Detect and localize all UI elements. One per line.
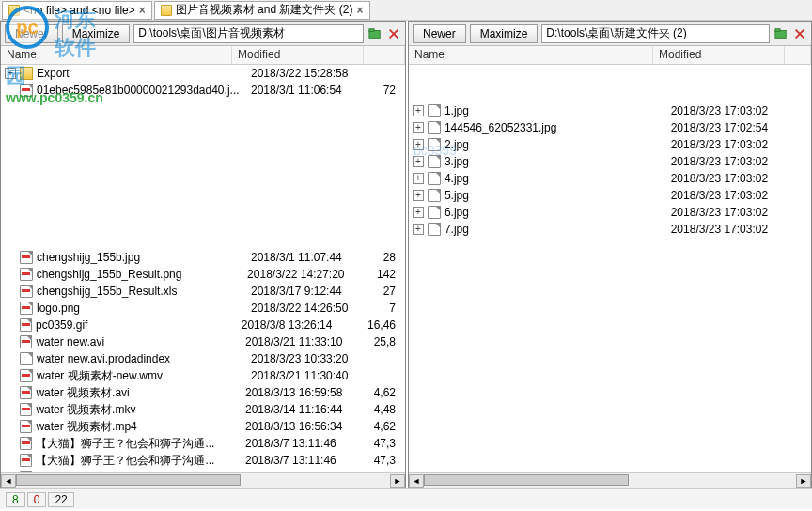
expand-spacer — [5, 302, 16, 314]
scroll-left-icon[interactable]: ◄ — [409, 474, 424, 488]
expand-spacer — [5, 286, 16, 297]
close-icon[interactable]: × — [356, 4, 363, 17]
path-input[interactable]: D:\tools\桌面\图片音视频素材 — [133, 24, 364, 43]
list-item[interactable]: chengshijg_155b.jpg2018/3/1 11:07:4428 — [1, 249, 405, 266]
file-modified: 2018/3/21 11:33:10 — [245, 335, 374, 348]
list-item[interactable]: 【大猫】狮子王？他会和狮子沟通...2018/3/7 13:11:4647,3 — [1, 452, 405, 469]
list-item[interactable]: water 视频素材.mp42018/3/13 16:56:344,62 — [1, 418, 405, 435]
list-item[interactable]: +2.jpg2018/3/23 17:03:02 — [409, 136, 811, 153]
file-icon — [20, 454, 33, 467]
col-size[interactable] — [785, 46, 811, 64]
tab-0[interactable]: <no file> and <no file> × — [2, 1, 152, 20]
file-icon — [428, 155, 441, 168]
col-name[interactable]: Name — [409, 46, 653, 64]
list-item[interactable]: logo.png2018/3/22 14:26:507 — [1, 300, 405, 317]
file-icon — [428, 223, 441, 236]
expand-icon[interactable]: + — [5, 68, 16, 79]
left-scrollbar[interactable]: ◄ ► — [1, 472, 405, 488]
list-item[interactable]: +144546_62052331.jpg2018/3/23 17:02:54 — [409, 119, 811, 136]
file-icon — [20, 302, 33, 315]
folder-open-icon[interactable] — [367, 26, 383, 41]
list-item[interactable]: 【大猫】狮子王？他会和狮子沟通...2018/3/7 13:11:4647,3 — [1, 435, 405, 452]
file-name: 【大猫】狮子王？他会和狮子沟通... — [36, 453, 245, 469]
delete-icon[interactable] — [386, 26, 401, 41]
expand-icon[interactable]: + — [413, 105, 424, 116]
expand-icon[interactable]: + — [413, 207, 424, 218]
maximize-button[interactable]: Maximize — [62, 24, 131, 43]
folder-open-icon[interactable] — [773, 26, 789, 41]
scroll-thumb[interactable] — [16, 474, 241, 486]
right-filelist[interactable]: +1.jpg2018/3/23 17:03:02+144546_62052331… — [409, 65, 811, 472]
list-item[interactable]: +6.jpg2018/3/23 17:03:02 — [409, 204, 811, 221]
file-name: 7.jpg — [445, 223, 671, 236]
file-modified: 2018/3/23 17:03:02 — [671, 223, 802, 236]
newer-button[interactable]: Newer — [413, 24, 466, 43]
list-item[interactable]: +4.jpg2018/3/23 17:03:02 — [409, 170, 811, 187]
left-toolbar: Newer Maximize D:\tools\桌面\图片音视频素材 — [1, 22, 405, 46]
list-item[interactable]: water 视频素材-new.wmv2018/3/21 11:30:40 — [1, 367, 405, 384]
list-item[interactable]: +3.jpg2018/3/23 17:03:02 — [409, 153, 811, 170]
scroll-thumb[interactable] — [424, 474, 629, 486]
path-input[interactable]: D:\tools\桌面\新建文件夹 (2) — [541, 24, 770, 43]
expand-icon[interactable]: + — [413, 139, 424, 150]
col-modified[interactable]: Modified — [653, 46, 785, 64]
scroll-track[interactable] — [16, 474, 390, 488]
scroll-track[interactable] — [424, 474, 796, 488]
list-item[interactable]: +Export2018/3/22 15:28:58 — [1, 65, 405, 82]
list-item[interactable]: +7.jpg2018/3/23 17:03:02 — [409, 221, 811, 238]
file-icon — [20, 437, 33, 450]
file-size: 47,3 — [374, 437, 401, 450]
file-name: Export — [37, 67, 251, 80]
list-item[interactable]: 01ebec5985e81b00000021293dad40.j...2018/… — [1, 82, 405, 99]
file-name: 5.jpg — [445, 189, 671, 202]
col-size[interactable] — [364, 46, 405, 64]
scroll-right-icon[interactable]: ► — [796, 474, 811, 488]
list-item[interactable]: water new.avi.prodadindex2018/3/23 10:33… — [1, 350, 405, 367]
file-size: 28 — [383, 251, 401, 264]
file-name: water 视频素材-new.wmv — [37, 368, 251, 384]
list-item[interactable]: chengshijg_155b_Result.png2018/3/22 14:2… — [1, 266, 405, 283]
expand-icon[interactable]: + — [413, 190, 424, 201]
expand-icon[interactable]: + — [413, 224, 424, 235]
expand-spacer — [5, 336, 16, 348]
list-item[interactable]: +1.jpg2018/3/23 17:03:02 — [409, 102, 811, 119]
file-icon — [428, 206, 441, 219]
list-item[interactable]: +5.jpg2018/3/23 17:03:02 — [409, 187, 811, 204]
left-pane: Newer Maximize D:\tools\桌面\图片音视频素材 Name … — [0, 21, 406, 488]
expand-icon[interactable]: + — [413, 173, 424, 184]
col-modified[interactable]: Modified — [232, 46, 364, 64]
list-item[interactable]: water 视频素材.mkv2018/3/14 11:16:444,48 — [1, 401, 405, 418]
file-modified: 2018/3/13 16:59:58 — [245, 386, 374, 399]
file-size: 4,48 — [374, 403, 401, 416]
file-icon — [20, 471, 33, 472]
file-icon — [428, 189, 441, 202]
delete-icon[interactable] — [792, 26, 807, 41]
file-modified: 2018/3/23 17:03:02 — [671, 138, 802, 151]
list-item[interactable]: water 视频素材.avi2018/3/13 16:59:584,62 — [1, 384, 405, 401]
file-modified: 2018/3/22 14:26:50 — [251, 302, 383, 315]
expand-spacer — [5, 404, 16, 415]
close-icon[interactable]: × — [139, 4, 146, 17]
list-item[interactable]: chengshijg_155b_Result.xls2018/3/17 9:12… — [1, 283, 405, 300]
list-item[interactable]: water new.avi2018/3/21 11:33:1025,8 — [1, 333, 405, 350]
newer-button[interactable]: Newer — [5, 24, 58, 43]
list-item[interactable]: pc0359.gif2018/3/8 13:26:1416,46 — [1, 317, 405, 333]
status-seg-b: 0 — [27, 492, 47, 507]
file-name: 【大猫】狮子王？他会和狮子沟通... — [36, 436, 245, 452]
maximize-button[interactable]: Maximize — [470, 24, 539, 43]
file-name: 3.jpg — [445, 155, 671, 168]
file-name: water 视频素材.mkv — [36, 402, 245, 418]
svg-rect-5 — [775, 28, 780, 31]
expand-icon[interactable]: + — [413, 156, 424, 167]
scroll-left-icon[interactable]: ◄ — [1, 474, 16, 488]
scroll-right-icon[interactable]: ► — [390, 474, 405, 488]
col-name[interactable]: Name — [1, 46, 232, 64]
right-scrollbar[interactable]: ◄ ► — [409, 472, 811, 488]
file-icon — [20, 268, 33, 281]
left-filelist[interactable]: +Export2018/3/22 15:28:5801ebec5985e81b0… — [1, 65, 405, 472]
tab-1[interactable]: 图片音视频素材 and 新建文件夹 (2) × — [154, 1, 370, 20]
left-headers: Name Modified — [1, 46, 405, 65]
expand-icon[interactable]: + — [413, 122, 424, 133]
file-modified: 2018/3/23 17:03:02 — [671, 189, 802, 202]
file-modified: 2018/3/14 11:16:44 — [245, 403, 374, 416]
